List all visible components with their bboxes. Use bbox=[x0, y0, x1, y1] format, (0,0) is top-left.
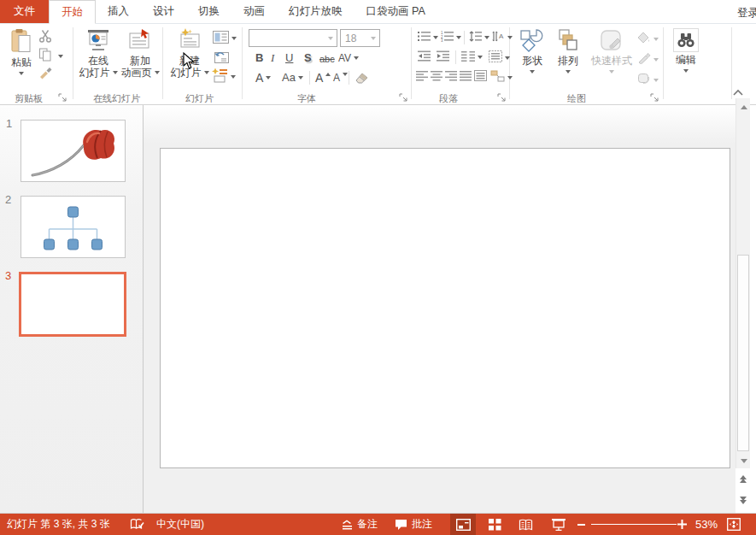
login-link[interactable]: 登录 bbox=[737, 6, 756, 21]
scroll-up-button[interactable] bbox=[736, 100, 751, 114]
dropdown-arrow-icon bbox=[371, 37, 376, 40]
online-slides-icon bbox=[86, 28, 110, 55]
grow-font-button[interactable]: A bbox=[315, 70, 331, 85]
bold-button[interactable]: B bbox=[255, 50, 263, 66]
slide-sorter-view-button[interactable] bbox=[482, 514, 507, 535]
dropdown-arrow-icon bbox=[683, 69, 689, 73]
tab-transitions[interactable]: 切换 bbox=[186, 0, 231, 23]
new-slide-button[interactable]: 新建 幻灯片 bbox=[168, 28, 211, 79]
tab-insert[interactable]: 插入 bbox=[96, 0, 141, 23]
previous-slide-button[interactable] bbox=[735, 472, 750, 485]
font-name-combobox[interactable] bbox=[249, 29, 337, 47]
dropdown-arrow-icon bbox=[231, 37, 237, 40]
layout-button[interactable] bbox=[213, 31, 237, 46]
character-spacing-button[interactable]: AV bbox=[338, 50, 359, 66]
paste-button[interactable]: 粘贴 bbox=[5, 28, 38, 75]
next-slide-button[interactable] bbox=[735, 493, 750, 507]
language-indicator[interactable]: 中文(中国) bbox=[156, 514, 204, 535]
vertical-scrollbar[interactable] bbox=[735, 98, 750, 468]
dropdown-arrow-icon bbox=[113, 71, 118, 74]
dialog-launcher-icon[interactable] bbox=[497, 93, 507, 103]
dialog-launcher-icon[interactable] bbox=[650, 93, 659, 103]
tab-home[interactable]: 开始 bbox=[49, 0, 96, 24]
convert-smartart-button[interactable] bbox=[490, 70, 513, 85]
tab-slideshow[interactable]: 幻灯片放映 bbox=[277, 0, 355, 23]
align-left-button[interactable] bbox=[416, 70, 428, 84]
top-gradient bbox=[144, 105, 735, 144]
line-spacing-button[interactable] bbox=[469, 31, 489, 44]
numbering-button[interactable]: 123 bbox=[441, 31, 461, 44]
slide-thumbnail-1[interactable] bbox=[21, 120, 126, 182]
editing-button[interactable]: 编辑 bbox=[671, 28, 700, 73]
distribute-button[interactable] bbox=[474, 70, 487, 84]
slide-thumbnail-2[interactable] bbox=[21, 196, 126, 258]
fit-slide-to-window-button[interactable] bbox=[727, 514, 741, 535]
scroll-down-button[interactable] bbox=[736, 454, 751, 467]
online-slides-button[interactable]: 在线 幻灯片 bbox=[79, 28, 118, 79]
format-painter-button[interactable] bbox=[38, 66, 53, 82]
arrange-button[interactable]: 排列 bbox=[551, 28, 585, 73]
cut-button[interactable] bbox=[38, 29, 53, 45]
shape-fill-button[interactable] bbox=[637, 32, 659, 46]
decrease-indent-button[interactable] bbox=[418, 50, 431, 64]
underline-button[interactable]: U bbox=[285, 50, 293, 66]
comments-button[interactable]: 批注 bbox=[412, 514, 432, 535]
align-right-button[interactable] bbox=[445, 70, 457, 84]
increase-indent-button[interactable] bbox=[437, 50, 449, 64]
tab-pocket-animation[interactable]: 口袋动画 PA bbox=[355, 0, 437, 23]
shapes-button[interactable]: 形状 bbox=[515, 28, 549, 73]
columns-button[interactable] bbox=[461, 50, 483, 64]
dropdown-arrow-icon bbox=[456, 36, 461, 39]
scrollbar-thumb[interactable] bbox=[737, 255, 749, 451]
normal-view-button[interactable] bbox=[450, 514, 476, 535]
new-animation-page-button[interactable]: 新加 动画页 bbox=[120, 28, 161, 79]
dropdown-arrow-icon bbox=[298, 76, 303, 79]
tab-file[interactable]: 文件 bbox=[0, 0, 49, 23]
zoom-level-value[interactable]: 53% bbox=[695, 514, 718, 535]
bullets-button[interactable] bbox=[418, 31, 438, 44]
smartart-icon bbox=[490, 70, 505, 85]
slide-canvas[interactable] bbox=[160, 148, 730, 468]
font-size-combobox[interactable]: 18 bbox=[340, 29, 380, 47]
copy-button[interactable] bbox=[38, 48, 63, 64]
justify-icon bbox=[460, 70, 472, 84]
align-text-button[interactable] bbox=[489, 50, 510, 65]
shape-outline-button[interactable] bbox=[637, 52, 659, 67]
slide-thumbnail-3-selected[interactable] bbox=[19, 272, 126, 337]
strikethrough-button[interactable]: abc bbox=[319, 51, 335, 67]
shrink-font-button[interactable]: A bbox=[333, 70, 348, 85]
dialog-launcher-icon[interactable] bbox=[58, 93, 67, 103]
tab-animations[interactable]: 动画 bbox=[231, 0, 277, 23]
notes-button[interactable]: 备注 bbox=[357, 514, 378, 535]
font-color-button[interactable]: A bbox=[255, 70, 271, 85]
dropdown-arrow-icon bbox=[204, 71, 209, 74]
collapse-ribbon-button[interactable] bbox=[733, 87, 743, 99]
slide-number: 2 bbox=[5, 193, 11, 206]
clear-formatting-button[interactable] bbox=[355, 71, 369, 86]
text-shadow-button[interactable]: S bbox=[304, 50, 312, 66]
reading-view-button[interactable] bbox=[513, 514, 538, 535]
change-case-button[interactable]: Aa bbox=[282, 70, 303, 85]
section-button[interactable] bbox=[211, 68, 236, 85]
justify-button[interactable] bbox=[460, 70, 472, 84]
zoom-out-button[interactable] bbox=[577, 514, 585, 535]
zoom-slider-track[interactable] bbox=[591, 514, 677, 535]
italic-button[interactable]: I bbox=[271, 50, 274, 66]
find-binoculars-icon bbox=[673, 28, 699, 52]
slideshow-view-button[interactable] bbox=[547, 514, 571, 535]
tab-design[interactable]: 设计 bbox=[141, 0, 186, 23]
text-direction-button[interactable]: A bbox=[492, 31, 513, 44]
align-center-button[interactable] bbox=[431, 70, 442, 84]
dropdown-arrow-icon bbox=[266, 76, 271, 79]
group-divider bbox=[242, 27, 243, 99]
shape-effects-button[interactable] bbox=[637, 73, 659, 87]
tulip-image bbox=[21, 121, 125, 181]
slide-counter[interactable]: 幻灯片 第 3 张, 共 3 张 bbox=[7, 514, 110, 535]
spell-check-icon[interactable] bbox=[130, 514, 144, 535]
reset-slide-button[interactable] bbox=[214, 50, 230, 67]
quick-styles-button[interactable]: 快速样式 bbox=[587, 28, 636, 73]
notes-icon bbox=[341, 514, 354, 535]
zoom-in-button[interactable] bbox=[677, 514, 687, 535]
increase-indent-icon bbox=[437, 50, 449, 64]
dialog-launcher-icon[interactable] bbox=[399, 93, 408, 103]
